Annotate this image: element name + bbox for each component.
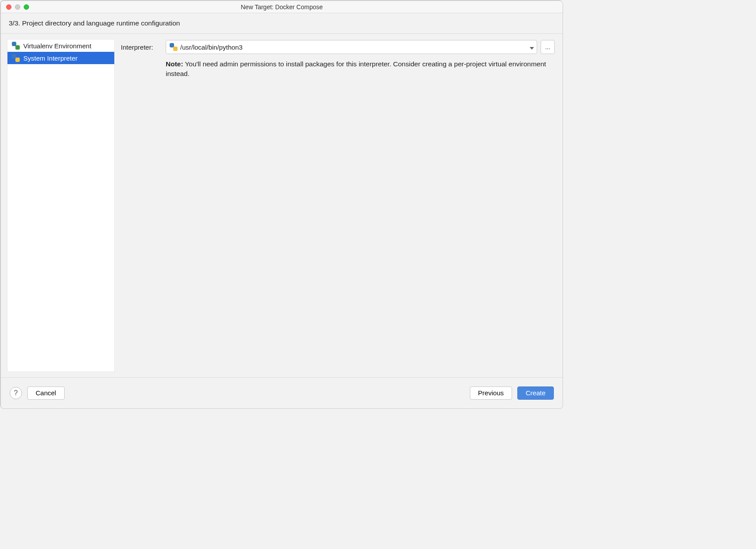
button-label: Create <box>526 389 545 397</box>
python-virtualenv-icon <box>12 42 20 50</box>
button-label: Cancel <box>36 389 56 397</box>
wizard-step-header: 3/3. Project directory and language runt… <box>1 13 563 34</box>
sidebar-item-system-interpreter[interactable]: System Interpreter <box>7 52 114 64</box>
previous-button[interactable]: Previous <box>470 386 512 400</box>
note-bold: Note: <box>166 60 183 68</box>
sidebar-item-label: System Interpreter <box>23 54 77 62</box>
dialog-body: Virtualenv Environment System Interprete… <box>1 34 563 377</box>
interpreter-note: Note: You'll need admin permissions to i… <box>166 59 555 79</box>
cancel-button[interactable]: Cancel <box>27 386 65 400</box>
interpreter-type-sidebar: Virtualenv Environment System Interprete… <box>7 39 115 372</box>
sidebar-item-label: Virtualenv Environment <box>23 42 91 50</box>
interpreter-label: Interpreter: <box>121 43 162 51</box>
form-content: Interpreter: /usr/local/bin/python3 ... … <box>115 34 563 377</box>
interpreter-row: Interpreter: /usr/local/bin/python3 ... <box>121 40 555 54</box>
help-button[interactable]: ? <box>10 387 22 399</box>
interpreter-path: /usr/local/bin/python3 <box>180 43 243 51</box>
python-icon <box>170 43 178 51</box>
help-icon: ? <box>14 389 18 397</box>
dialog-footer: ? Cancel Previous Create <box>1 377 563 408</box>
zoom-window-button[interactable] <box>24 4 29 10</box>
browse-interpreter-button[interactable]: ... <box>541 40 555 54</box>
note-text: You'll need admin permissions to install… <box>166 60 546 77</box>
titlebar: New Target: Docker Compose <box>1 1 563 13</box>
sidebar-item-virtualenv[interactable]: Virtualenv Environment <box>7 40 114 52</box>
chevron-down-icon <box>530 43 534 51</box>
minimize-window-button[interactable] <box>15 4 20 10</box>
create-button[interactable]: Create <box>517 386 554 400</box>
window-title: New Target: Docker Compose <box>1 4 563 11</box>
window-controls <box>1 4 29 10</box>
python-icon <box>12 54 20 62</box>
close-window-button[interactable] <box>6 4 11 10</box>
interpreter-combo[interactable]: /usr/local/bin/python3 <box>166 40 537 54</box>
button-label: Previous <box>478 389 504 397</box>
ellipsis-icon: ... <box>545 43 550 51</box>
